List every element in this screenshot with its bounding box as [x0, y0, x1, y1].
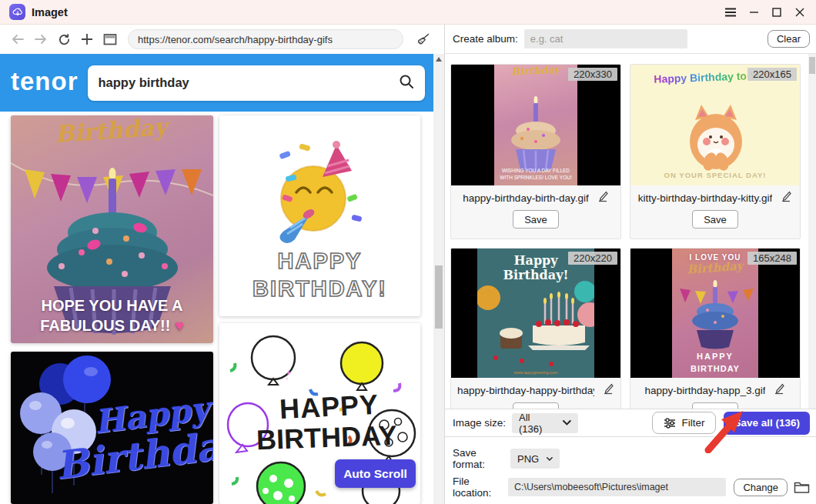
search-icon[interactable]: [399, 74, 414, 92]
tenor-search-box[interactable]: [88, 65, 425, 101]
thumb-caption: HAPPY: [672, 352, 758, 361]
save-button[interactable]: Save: [513, 402, 559, 409]
detected-images-area: Birthday WISHING YOU A DAY FILLED WITH S…: [445, 54, 816, 409]
app-title: Imaget: [32, 6, 68, 18]
file-location-label: File location:: [453, 476, 508, 499]
chevron-down-icon: [547, 456, 553, 462]
gif-caption: HAPPY BIRTHDAY!: [219, 247, 420, 303]
create-album-input[interactable]: [524, 29, 687, 48]
browser-scrollbar-thumb[interactable]: [435, 265, 443, 329]
browser-viewport: tenor: [0, 54, 444, 504]
tenor-header: tenor: [0, 54, 433, 112]
save-format-select[interactable]: PNG: [510, 449, 560, 469]
url-bar[interactable]: [128, 29, 403, 49]
image-card: Happy Birthday! www.appygreeting.com 220…: [450, 248, 621, 409]
filename: happy-birthday-birth-day.gif: [463, 192, 588, 204]
auto-scroll-button[interactable]: Auto Scroll: [335, 459, 416, 488]
browser-toolbar: [0, 25, 444, 54]
file-location-input[interactable]: [508, 478, 727, 496]
panel-scrollbar[interactable]: [808, 54, 816, 409]
create-album-label: Create album:: [453, 33, 518, 45]
edit-filename-icon[interactable]: [602, 382, 614, 398]
scroll-up-icon[interactable]: [436, 57, 442, 62]
filename: happy-birthday-happy-birthday-wi: [457, 385, 594, 396]
edit-filename-icon[interactable]: [773, 382, 785, 398]
edit-filename-icon[interactable]: [597, 190, 609, 205]
image-size-label: Image size:: [453, 417, 506, 429]
minimize-button[interactable]: [742, 2, 765, 22]
embedded-browser: tenor: [0, 25, 445, 504]
heart-icon: ♥: [175, 317, 184, 334]
gif-caption-birthday: BIRTHDAY: [256, 419, 397, 456]
image-thumbnail[interactable]: Birthday WISHING YOU A DAY FILLED WITH S…: [451, 65, 620, 185]
forward-button[interactable]: [31, 29, 51, 49]
folder-icon[interactable]: [794, 480, 810, 494]
imaget-window: Imaget: [0, 0, 816, 504]
refresh-button[interactable]: [54, 29, 74, 49]
size-badge: 165x248: [747, 252, 797, 265]
panel-scrollbar-thumb[interactable]: [809, 57, 815, 74]
gif-cupcake-fabulous-day[interactable]: Birthday HOPE YOU HAVE A FABULOUS DAY!! …: [11, 115, 213, 343]
thumb-caption: BIRTHDAY: [672, 364, 758, 373]
thumb-watermark: www.appygreeting.com: [477, 370, 594, 375]
thumb-caption: ON YOUR SPECIAL DAY!: [630, 171, 800, 179]
gif-blue-balloons[interactable]: Happy Birthday: [11, 352, 213, 504]
close-button[interactable]: [788, 2, 811, 22]
filename: happy-birthday-happ_3.gif: [645, 385, 766, 396]
image-thumbnail[interactable]: Happy Birthday! www.appygreeting.com 220…: [451, 249, 620, 378]
change-location-button[interactable]: Change: [734, 479, 788, 496]
tenor-logo[interactable]: tenor: [11, 67, 79, 96]
save-button[interactable]: Save: [513, 210, 559, 229]
image-card: Birthday WISHING YOU A DAY FILLED WITH S…: [450, 64, 621, 239]
red-arrow-annotation: [701, 410, 745, 453]
new-tab-button[interactable]: [77, 29, 97, 49]
tenor-search-input[interactable]: [99, 75, 399, 90]
save-button[interactable]: Save: [692, 402, 738, 409]
url-input[interactable]: [138, 34, 393, 45]
image-thumbnail[interactable]: I LOVE YOU Birthday HAPPY BIRTHDAY 165x2…: [630, 249, 800, 378]
image-thumbnail[interactable]: Happy Birthday to YOU! ON YOUR SPECIAL D…: [630, 65, 800, 185]
thumb-caption: WISHING YOU A DAY FILLED WITH SPRINKLES!…: [494, 167, 577, 181]
browser-scrollbar[interactable]: [433, 54, 444, 504]
imaget-logo-icon: [9, 4, 25, 20]
save-button[interactable]: Save: [692, 210, 738, 229]
image-size-select[interactable]: All (136): [512, 413, 578, 433]
edit-filename-icon[interactable]: [780, 190, 792, 205]
size-badge: 220x220: [568, 252, 617, 265]
filter-icon: [664, 418, 676, 429]
clear-button[interactable]: Clear: [768, 30, 810, 48]
create-album-row: Create album: Clear: [445, 25, 816, 54]
back-button[interactable]: [8, 29, 28, 49]
image-card: I LOVE YOU Birthday HAPPY BIRTHDAY 165x2…: [630, 248, 801, 409]
save-format-label: Save format:: [453, 447, 510, 470]
imaget-panel: Create album: Clear: [445, 25, 816, 504]
maximize-button[interactable]: [765, 2, 788, 22]
panel-bottom-controls: Image size: All (136) Filter Save all (1…: [445, 409, 816, 504]
tabs-icon[interactable]: [100, 29, 120, 49]
clean-broom-icon[interactable]: [413, 29, 433, 49]
gif-caption: HOPE YOU HAVE A FABULOUS DAY!! ♥: [11, 295, 213, 335]
filename: kitty-birthday-birthday-kitty.gif: [638, 192, 773, 204]
gif-party-emoji[interactable]: HAPPY BIRTHDAY!: [219, 115, 420, 316]
image-card: Happy Birthday to YOU! ON YOUR SPECIAL D…: [630, 64, 801, 239]
size-badge: 220x330: [568, 68, 617, 81]
menu-icon[interactable]: [719, 2, 742, 22]
chevron-down-icon: [563, 420, 571, 426]
size-badge: 220x165: [747, 68, 797, 81]
title-bar: Imaget: [0, 0, 816, 25]
